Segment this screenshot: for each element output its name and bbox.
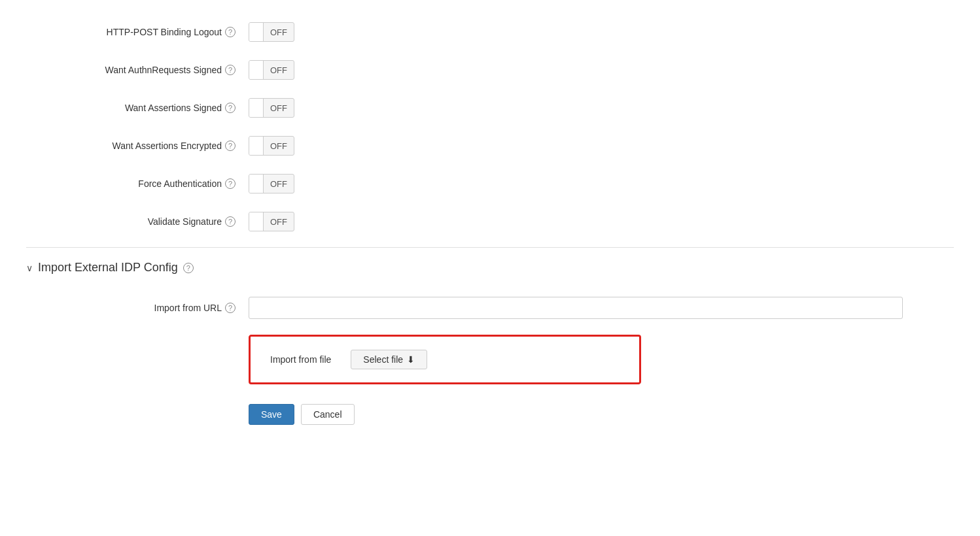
want-assertions-encrypted-row: Want Assertions Encrypted ? OFF <box>26 127 954 165</box>
cancel-button[interactable]: Cancel <box>301 404 355 425</box>
want-assertions-signed-help-icon[interactable]: ? <box>225 103 236 113</box>
import-url-label-text: Import from URL <box>154 303 222 313</box>
collapse-icon[interactable]: ∨ <box>26 263 33 273</box>
force-authentication-row: Force Authentication ? OFF <box>26 165 954 203</box>
import-url-help-icon[interactable]: ? <box>225 303 236 313</box>
want-authn-requests-signed-help-icon[interactable]: ? <box>225 65 236 75</box>
want-assertions-encrypted-toggle-knob <box>249 137 264 155</box>
http-post-binding-logout-toggle-wrapper: OFF <box>249 22 294 42</box>
http-post-binding-logout-help-icon[interactable]: ? <box>225 27 236 37</box>
validate-signature-label: Validate Signature ? <box>26 216 249 227</box>
http-post-binding-logout-row: HTTP-POST Binding Logout ? OFF <box>26 13 954 51</box>
http-post-binding-logout-toggle-knob <box>249 23 264 41</box>
want-authn-requests-signed-row: Want AuthnRequests Signed ? OFF <box>26 51 954 89</box>
want-assertions-signed-toggle-label: OFF <box>264 103 294 113</box>
want-assertions-encrypted-label: Want Assertions Encrypted ? <box>26 141 249 151</box>
want-assertions-encrypted-toggle[interactable]: OFF <box>249 136 294 156</box>
want-authn-requests-signed-toggle-knob <box>249 61 264 79</box>
validate-signature-toggle-label: OFF <box>264 217 294 227</box>
import-url-label: Import from URL ? <box>26 303 249 313</box>
want-assertions-encrypted-help-icon[interactable]: ? <box>225 141 236 151</box>
http-post-binding-logout-text: HTTP-POST Binding Logout <box>107 27 222 37</box>
want-authn-requests-signed-text: Want AuthnRequests Signed <box>105 65 222 75</box>
want-authn-requests-signed-toggle-wrapper: OFF <box>249 60 294 80</box>
want-assertions-signed-label: Want Assertions Signed ? <box>26 103 249 113</box>
force-authentication-text: Force Authentication <box>138 178 222 189</box>
force-authentication-toggle[interactable]: OFF <box>249 174 294 193</box>
validate-signature-row: Validate Signature ? OFF <box>26 203 954 241</box>
select-file-button-label: Select file <box>363 354 403 365</box>
section-divider <box>26 247 954 248</box>
want-authn-requests-signed-label: Want AuthnRequests Signed ? <box>26 65 249 75</box>
force-authentication-toggle-wrapper: OFF <box>249 174 294 193</box>
force-authentication-help-icon[interactable]: ? <box>225 178 236 189</box>
validate-signature-toggle-knob <box>249 212 264 231</box>
import-url-input[interactable] <box>249 297 903 319</box>
http-post-binding-logout-toggle-label: OFF <box>264 27 294 37</box>
want-assertions-signed-toggle-wrapper: OFF <box>249 98 294 118</box>
want-assertions-encrypted-toggle-wrapper: OFF <box>249 136 294 156</box>
action-row: Save Cancel <box>249 404 954 425</box>
want-assertions-encrypted-text: Want Assertions Encrypted <box>112 141 222 151</box>
force-authentication-toggle-label: OFF <box>264 179 294 189</box>
import-url-row: Import from URL ? <box>26 288 954 328</box>
upload-icon: ⬇ <box>407 354 415 365</box>
validate-signature-help-icon[interactable]: ? <box>225 216 236 227</box>
import-idp-config-help-icon[interactable]: ? <box>183 263 194 273</box>
want-authn-requests-signed-toggle[interactable]: OFF <box>249 60 294 80</box>
want-assertions-signed-text: Want Assertions Signed <box>125 103 222 113</box>
save-button[interactable]: Save <box>249 404 294 425</box>
validate-signature-toggle[interactable]: OFF <box>249 212 294 231</box>
force-authentication-toggle-knob <box>249 175 264 193</box>
http-post-binding-logout-label: HTTP-POST Binding Logout ? <box>26 27 249 37</box>
import-idp-config-title: Import External IDP Config <box>38 261 178 275</box>
import-file-label: Import from file <box>270 354 331 365</box>
force-authentication-label: Force Authentication ? <box>26 178 249 189</box>
import-idp-config-section-header: ∨ Import External IDP Config ? <box>26 261 954 275</box>
validate-signature-text: Validate Signature <box>148 216 222 227</box>
want-assertions-encrypted-toggle-label: OFF <box>264 141 294 151</box>
validate-signature-toggle-wrapper: OFF <box>249 212 294 231</box>
want-assertions-signed-toggle-knob <box>249 99 264 117</box>
import-file-highlighted-section: Import from file Select file ⬇ <box>249 335 641 384</box>
want-assertions-signed-row: Want Assertions Signed ? OFF <box>26 89 954 127</box>
want-authn-requests-signed-toggle-label: OFF <box>264 65 294 75</box>
want-assertions-signed-toggle[interactable]: OFF <box>249 98 294 118</box>
http-post-binding-logout-toggle[interactable]: OFF <box>249 22 294 42</box>
select-file-button[interactable]: Select file ⬇ <box>351 350 427 369</box>
